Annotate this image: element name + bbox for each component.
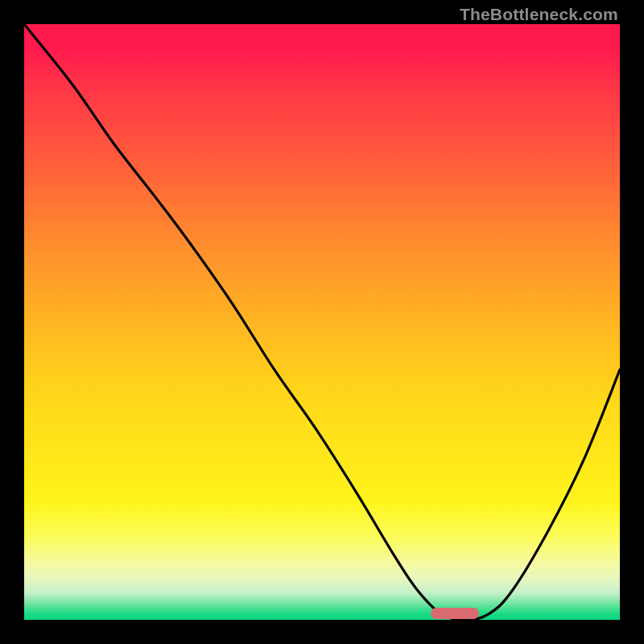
optimum-marker bbox=[431, 608, 479, 619]
bottleneck-curve bbox=[24, 24, 620, 620]
curve-path bbox=[24, 24, 620, 620]
chart-frame: TheBottleneck.com bbox=[0, 0, 644, 644]
watermark-text: TheBottleneck.com bbox=[460, 5, 618, 24]
chart-plot-area bbox=[24, 24, 620, 620]
